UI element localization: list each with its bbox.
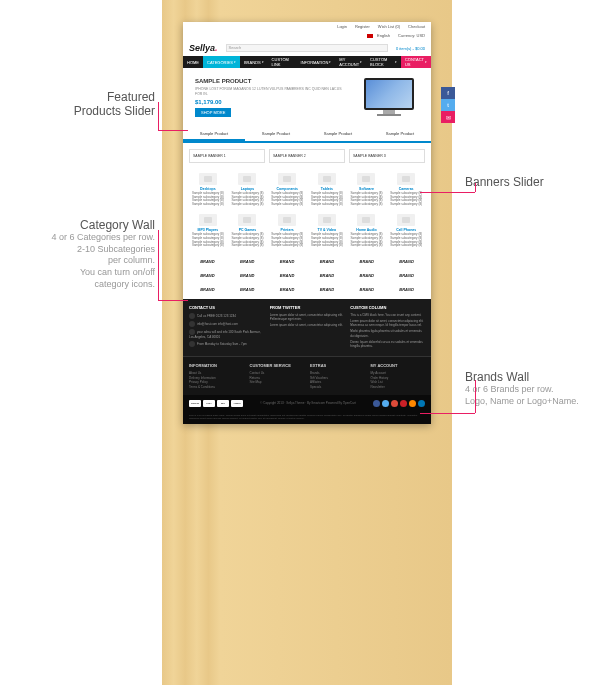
rss-icon[interactable]	[409, 400, 416, 407]
side-share-icon[interactable]: ✉	[441, 111, 455, 123]
category-cell[interactable]: Home AudioSample subcategory (8)Sample s…	[348, 214, 386, 247]
search-input[interactable]: Search	[226, 44, 388, 52]
annotation-line	[420, 192, 475, 193]
category-icon	[238, 173, 256, 185]
footer-link[interactable]: Specials	[310, 385, 365, 390]
banner[interactable]: SAMPLE BANNER 2	[269, 149, 345, 163]
email-icon	[189, 321, 195, 327]
twitter-icon[interactable]	[382, 400, 389, 407]
payment-icon: PayPal	[189, 400, 201, 407]
footer-link[interactable]: Site Map	[250, 380, 305, 385]
brand-logo[interactable]: BRAND	[189, 284, 226, 295]
category-icon	[278, 173, 296, 185]
main-nav: HOME CATEGORIES▾ BRANDS▾ CUSTOM LINK INF…	[183, 56, 431, 68]
brand-logo[interactable]: BRAND	[189, 270, 226, 281]
footer-link[interactable]: Terms & Conditions	[189, 385, 244, 390]
brand-logo[interactable]: BRAND	[229, 270, 266, 281]
brand-logo[interactable]: BRAND	[388, 256, 425, 267]
nav-categories[interactable]: CATEGORIES▾	[203, 56, 240, 68]
brand-logo[interactable]: BRAND	[269, 284, 306, 295]
brand-logo[interactable]: BRAND	[269, 270, 306, 281]
nav-information[interactable]: INFORMATION▾	[297, 56, 336, 68]
tab[interactable]: Sample Product	[369, 128, 431, 141]
linkedin-icon[interactable]	[418, 400, 425, 407]
wishlist-link[interactable]: Wish List (0)	[376, 24, 402, 29]
category-cell[interactable]: PC GamesSample subcategory (8)Sample sub…	[229, 214, 267, 247]
nav-home[interactable]: HOME	[183, 56, 203, 68]
category-cell[interactable]: TV & VideoSample subcategory (8)Sample s…	[308, 214, 346, 247]
tab[interactable]: Sample Product	[307, 128, 369, 141]
checkout-link[interactable]: Checkout	[406, 24, 427, 29]
brand-logo[interactable]: BRAND	[348, 270, 385, 281]
category-icon	[357, 214, 375, 226]
side-twitter-icon[interactable]: t	[441, 99, 455, 111]
tab[interactable]: Sample Product	[245, 128, 307, 141]
category-cell[interactable]: Cell PhonesSample subcategory (8)Sample …	[387, 214, 425, 247]
payment-icon: VISA	[203, 400, 215, 407]
category-wall-2: MP3 PlayersSample subcategory (8)Sample …	[183, 210, 431, 251]
annotation-line	[158, 230, 159, 300]
currency[interactable]: Currency: USD	[396, 33, 427, 38]
logo[interactable]: Sellya.	[189, 43, 218, 53]
banner[interactable]: SAMPLE BANNER 3	[349, 149, 425, 163]
annotation-line	[158, 130, 188, 131]
brand-logo[interactable]: BRAND	[348, 256, 385, 267]
header: Sellya. Search 0 item(s) - $0.00	[183, 40, 431, 56]
annotation-line	[158, 300, 188, 301]
nav-custom-link[interactable]: CUSTOM LINK	[268, 56, 297, 68]
annotation-line	[475, 380, 476, 413]
footer-links: INFORMATIONAbout UsDelivery InformationP…	[183, 356, 431, 395]
nav-account[interactable]: MY ACCOUNT▾	[335, 56, 366, 68]
brand-logo[interactable]: BRAND	[189, 256, 226, 267]
brand-logo[interactable]: BRAND	[308, 256, 345, 267]
nav-contact[interactable]: CONTACT US▾	[401, 56, 431, 68]
language[interactable]: English	[375, 33, 392, 38]
copyright: © Copyright 2013 · Sellya Theme · By Sma…	[258, 399, 358, 407]
category-cell[interactable]: LaptopsSample subcategory (8)Sample subc…	[229, 173, 267, 206]
footer-link[interactable]: Newsletter	[371, 385, 426, 390]
google-icon[interactable]	[391, 400, 398, 407]
brand-logo[interactable]: BRAND	[308, 270, 345, 281]
brand-logo[interactable]: BRAND	[388, 270, 425, 281]
category-cell[interactable]: PrintersSample subcategory (8)Sample sub…	[268, 214, 306, 247]
brand-logo[interactable]: BRAND	[229, 284, 266, 295]
annotation-banners: Banners Slider	[465, 175, 544, 189]
side-facebook-icon[interactable]: f	[441, 87, 455, 99]
brand-logo[interactable]: BRAND	[308, 284, 345, 295]
side-buttons: f t ✉	[441, 87, 455, 123]
cart-summary[interactable]: 0 item(s) - $0.00	[396, 46, 425, 51]
pinterest-icon[interactable]	[400, 400, 407, 407]
footer-columns: CONTACT US Call us FREE 0123 123 1234 in…	[183, 299, 431, 356]
shop-more-button[interactable]: SHOP MORE	[195, 108, 231, 117]
nav-custom-block[interactable]: CUSTOM BLOCK▾	[366, 56, 401, 68]
category-icon	[397, 173, 415, 185]
category-cell[interactable]: TabletsSample subcategory (8)Sample subc…	[308, 173, 346, 206]
banner[interactable]: SAMPLE BANNER 1	[189, 149, 265, 163]
category-icon	[318, 173, 336, 185]
brands-wall: BRANDBRANDBRANDBRANDBRANDBRANDBRANDBRAND…	[183, 252, 431, 299]
facebook-icon[interactable]	[373, 400, 380, 407]
category-cell[interactable]: ComponentsSample subcategory (8)Sample s…	[268, 173, 306, 206]
category-cell[interactable]: MP3 PlayersSample subcategory (8)Sample …	[189, 214, 227, 247]
phone-icon	[189, 313, 195, 319]
annotation-category: Category Wall 4 or 6 Categories per row.…	[5, 218, 155, 290]
nav-brands[interactable]: BRANDS▾	[240, 56, 268, 68]
footer-bottom: PayPalVISAMCAMEX © Copyright 2013 · Sell…	[183, 395, 431, 411]
login-link[interactable]: Login	[335, 24, 349, 29]
brand-logo[interactable]: BRAND	[388, 284, 425, 295]
twitter-column: FROM TWITTER Lorem ipsum dolor sit amet,…	[270, 305, 345, 350]
annotation-brands: Brands Wall 4 or 6 Brands per row. Logo,…	[465, 370, 579, 407]
annotation-featured: FeaturedProducts Slider	[10, 90, 155, 118]
category-wall: DesktopsSample subcategory (8)Sample sub…	[183, 169, 431, 210]
brand-logo[interactable]: BRAND	[229, 256, 266, 267]
category-icon	[357, 173, 375, 185]
brand-logo[interactable]: BRAND	[269, 256, 306, 267]
product-desc: IPHONE LOST FORUM MAGANOS 12 LUTEN VULPU…	[195, 87, 349, 96]
tab[interactable]: Sample Product	[183, 128, 245, 141]
category-cell[interactable]: CamerasSample subcategory (8)Sample subc…	[387, 173, 425, 206]
brand-logo[interactable]: BRAND	[348, 284, 385, 295]
category-cell[interactable]: DesktopsSample subcategory (8)Sample sub…	[189, 173, 227, 206]
register-link[interactable]: Register	[353, 24, 372, 29]
product-price: $1,179.00	[195, 99, 349, 105]
category-cell[interactable]: SoftwareSample subcategory (8)Sample sub…	[348, 173, 386, 206]
